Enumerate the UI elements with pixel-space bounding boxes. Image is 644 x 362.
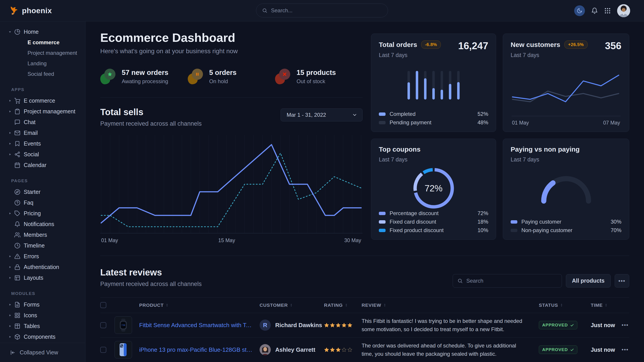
package-icon <box>14 334 24 340</box>
sidebar-item-e-commerce[interactable]: E commerce <box>0 95 85 106</box>
column-header-time[interactable]: TIME <box>591 303 622 308</box>
caret-down-icon <box>8 30 14 34</box>
top-coupons-donut-chart: 72% <box>411 166 456 211</box>
select-all-checkbox[interactable] <box>100 302 106 308</box>
user-avatar[interactable] <box>617 4 630 17</box>
sidebar-item-home[interactable]: Home <box>0 26 85 37</box>
divider <box>100 97 362 98</box>
sort-icon[interactable] <box>165 304 169 307</box>
sidebar-subitem-landing[interactable]: Landing <box>0 58 85 69</box>
sidebar-item-events[interactable]: Events <box>0 138 85 149</box>
sidebar-item-components[interactable]: Components <box>0 331 85 342</box>
grid-icon <box>14 312 24 318</box>
column-header-status[interactable]: STATUS <box>539 303 591 308</box>
legend-value: 70% <box>611 227 622 233</box>
reviews-more-button[interactable]: ••• <box>615 274 629 288</box>
caret-right-icon <box>8 255 14 258</box>
sidebar-item-errors[interactable]: Errors <box>0 251 85 262</box>
sort-icon[interactable] <box>560 304 563 307</box>
cart-icon <box>14 98 24 104</box>
sidebar-item-social[interactable]: Social <box>0 149 85 160</box>
sidebar-item-project-management[interactable]: Project management <box>0 106 85 117</box>
legend-label: Percentage discount <box>390 210 438 216</box>
stat-value: 57 new orders <box>122 69 168 77</box>
theme-toggle-button[interactable] <box>574 5 585 16</box>
caret-right-icon <box>8 324 14 328</box>
caret-right-icon <box>8 335 14 339</box>
mail-icon <box>14 130 24 136</box>
apps-menu-button[interactable] <box>604 7 611 14</box>
brand-logo[interactable]: phoenix <box>0 5 52 16</box>
row-more-button[interactable]: ••• <box>622 322 628 328</box>
legend-value: 72% <box>478 210 488 216</box>
row-checkbox[interactable] <box>100 322 106 328</box>
page-subtitle: Here's what's going on at your business … <box>100 48 362 55</box>
caret-right-icon <box>8 142 14 146</box>
alert-icon <box>14 253 24 259</box>
sidebar-item-members[interactable]: Members <box>0 229 85 240</box>
review-time: Just now <box>591 322 622 329</box>
sidebar-item-starter[interactable]: Starter <box>0 186 85 197</box>
chevron-down-icon <box>352 112 357 118</box>
notifications-button[interactable] <box>591 7 598 14</box>
column-header-review[interactable]: REVIEW <box>362 303 539 308</box>
customer-avatar <box>260 344 271 355</box>
calendar-icon <box>14 162 24 168</box>
stat-value: 5 orders <box>209 69 236 77</box>
order-bar <box>416 71 418 99</box>
legend-swatch <box>379 112 386 116</box>
legend-value: 30% <box>611 219 622 225</box>
product-link[interactable]: Fitbit Sense Advanced Smartwatch with To… <box>139 322 260 329</box>
product-link[interactable]: iPhone 13 pro max-Pacific Blue-128GB sto… <box>139 346 260 353</box>
all-products-filter-button[interactable]: All products <box>566 274 611 288</box>
order-bar <box>449 71 451 99</box>
sort-icon[interactable] <box>290 304 293 307</box>
svg-text:07 May: 07 May <box>603 120 620 126</box>
column-header-customer[interactable]: CUSTOMER <box>260 303 324 308</box>
row-more-button[interactable]: ••• <box>622 347 628 353</box>
sidebar-subitem-e-commerce[interactable]: E commerce <box>0 37 85 48</box>
sidebar-item-timeline[interactable]: Timeline <box>0 240 85 251</box>
collapse-sidebar-button[interactable]: Collapsed View <box>0 343 85 362</box>
global-search-input[interactable] <box>271 7 382 14</box>
column-header-rating[interactable]: RATING <box>324 303 362 308</box>
customer-avatar: R <box>260 320 271 331</box>
sidebar-item-pricing[interactable]: Pricing <box>0 208 85 219</box>
total-orders-value: 16,247 <box>458 40 488 51</box>
reviews-search[interactable] <box>453 274 562 288</box>
order-bar <box>440 71 443 99</box>
page-title: Ecommerce Dashboard <box>100 31 362 44</box>
svg-text:7:39: 7:39 <box>122 324 125 326</box>
sort-icon[interactable] <box>344 304 348 307</box>
product-thumbnail[interactable]: 7:39 <box>114 316 132 334</box>
sidebar-item-calendar[interactable]: Calendar <box>0 160 85 170</box>
product-thumbnail[interactable] <box>114 341 132 359</box>
sidebar-item-icons[interactable]: Icons <box>0 310 85 321</box>
row-checkbox[interactable] <box>100 347 106 353</box>
sidebar-item-email[interactable]: Email <box>0 127 85 138</box>
sidebar-item-layouts[interactable]: Layouts <box>0 272 85 283</box>
donut-center-label: 72% <box>411 166 456 211</box>
status-badge: APPROVED <box>539 346 577 354</box>
column-header-product[interactable]: PRODUCT <box>139 303 260 308</box>
x-icon <box>279 69 290 80</box>
reviews-search-input[interactable] <box>466 278 557 284</box>
sidebar-subitem-project-management[interactable]: Project management <box>0 48 85 58</box>
top-coupons-period: Last 7 days <box>379 156 420 163</box>
latest-reviews-title: Latest reviews <box>100 267 202 278</box>
sidebar-item-faq[interactable]: Faq <box>0 197 85 208</box>
sidebar-item-notifications[interactable]: Notifications <box>0 219 85 229</box>
sidebar-item-tables[interactable]: Tables <box>0 321 85 331</box>
legend-label: Fixed product discount <box>390 227 444 233</box>
legend-swatch <box>511 229 517 232</box>
sidebar-item-authentication[interactable]: Authentication <box>0 262 85 272</box>
phoenix-flame-icon <box>8 5 19 16</box>
sidebar-subitem-social-feed[interactable]: Social feed <box>0 69 85 79</box>
global-search[interactable] <box>256 3 388 17</box>
sidebar-item-forms[interactable]: Forms <box>0 299 85 310</box>
date-range-select[interactable]: Mar 1 - 31, 2022 <box>280 108 362 121</box>
svg-text:30 May: 30 May <box>344 237 362 243</box>
sort-icon[interactable] <box>383 304 386 307</box>
sidebar-item-chat[interactable]: Chat <box>0 117 85 127</box>
sort-icon[interactable] <box>604 304 608 307</box>
